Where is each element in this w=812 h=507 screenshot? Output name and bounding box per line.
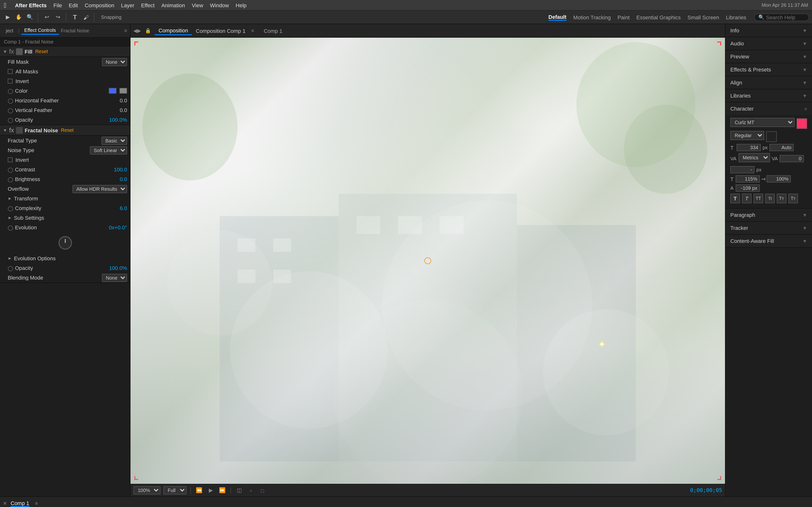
edit-menu[interactable]: Edit bbox=[69, 2, 78, 8]
evolution-stopwatch[interactable]: ◯ bbox=[8, 225, 13, 230]
brightness-stopwatch[interactable]: ◯ bbox=[8, 176, 13, 182]
fn-opacity-value[interactable]: 100.0% bbox=[109, 265, 127, 271]
fractal-type-select[interactable]: Basic bbox=[101, 136, 127, 145]
rp-character-header[interactable]: Character ≡ bbox=[725, 102, 812, 115]
leading-input[interactable] bbox=[770, 144, 794, 151]
tl-menu-icon[interactable]: ≡ bbox=[35, 501, 38, 506]
fn-opacity-stopwatch[interactable]: ◯ bbox=[8, 265, 13, 271]
search-input[interactable] bbox=[766, 14, 805, 20]
ev-options-expand[interactable]: ► bbox=[8, 256, 12, 261]
fill-color-swatch-2[interactable] bbox=[119, 88, 127, 94]
italic-T-btn[interactable]: T bbox=[742, 193, 752, 203]
playback-first-btn[interactable]: ⏪ bbox=[195, 486, 203, 495]
rp-audio-expand[interactable]: ▼ bbox=[802, 41, 807, 46]
playback-play-btn[interactable]: ▶ bbox=[206, 486, 215, 495]
comp-breadcrumb[interactable]: Comp 1 bbox=[264, 28, 282, 34]
fill-opacity-stopwatch[interactable]: ◯ bbox=[8, 117, 13, 122]
hand-tool-btn[interactable]: ✋ bbox=[14, 12, 24, 22]
contrast-stopwatch[interactable]: ◯ bbox=[8, 167, 13, 172]
layer-menu[interactable]: Layer bbox=[121, 2, 134, 8]
rp-align-header[interactable]: Align ▼ bbox=[725, 76, 812, 89]
fn-invert-checkbox[interactable] bbox=[8, 157, 12, 162]
scale-v-input[interactable] bbox=[767, 175, 791, 182]
view-menu[interactable]: View bbox=[192, 2, 203, 8]
evolution-value[interactable]: 0x+0.0° bbox=[109, 225, 127, 230]
comp-nav-icons[interactable]: ◀▶ bbox=[134, 28, 141, 33]
apple-menu[interactable]:  bbox=[4, 1, 6, 9]
fill-mask-select[interactable]: None bbox=[102, 58, 127, 66]
font-name-select[interactable]: Curlz MT bbox=[730, 118, 795, 127]
evolution-dial[interactable] bbox=[58, 236, 72, 249]
rp-align-expand[interactable]: ▼ bbox=[802, 80, 807, 85]
timeline-comp-tab[interactable]: Comp 1 bbox=[11, 500, 29, 507]
file-menu[interactable]: File bbox=[53, 2, 62, 8]
fill-reset-btn[interactable]: Reset bbox=[34, 49, 49, 54]
quality-select[interactable]: Full Half bbox=[163, 486, 187, 495]
character-stroke-swatch[interactable] bbox=[766, 131, 777, 142]
project-tab[interactable]: ject bbox=[3, 27, 16, 34]
rp-libraries-header[interactable]: Libraries ▼ bbox=[725, 89, 812, 102]
v-feather-value[interactable]: 0.0 bbox=[120, 107, 127, 113]
composition-tab[interactable]: Composition bbox=[155, 26, 192, 35]
tl-close-icon[interactable]: ✕ bbox=[3, 501, 7, 506]
redo-btn[interactable]: ↪ bbox=[53, 12, 63, 22]
rp-caf-expand[interactable]: ▼ bbox=[802, 238, 807, 243]
motion-blur-btn[interactable]: ▫ bbox=[247, 486, 255, 495]
brightness-value[interactable]: 0.0 bbox=[120, 176, 127, 182]
animation-menu[interactable]: Animation bbox=[161, 2, 185, 8]
complexity-value[interactable]: 6.0 bbox=[120, 205, 127, 211]
font-style-select[interactable]: Regular bbox=[730, 131, 764, 140]
pen-tool-btn[interactable]: 🖌 bbox=[81, 12, 91, 22]
fn-reset-btn[interactable]: Reset bbox=[60, 127, 74, 133]
baseline-input[interactable] bbox=[735, 184, 760, 192]
fill-section-header[interactable]: ▼ fx Fill Reset bbox=[0, 46, 130, 57]
rp-effects-header[interactable]: Effects & Presets ▼ bbox=[725, 63, 812, 76]
draft-3d-btn[interactable]: □ bbox=[258, 486, 267, 495]
help-menu[interactable]: Help bbox=[236, 2, 247, 8]
effect-menu[interactable]: Effect bbox=[141, 2, 155, 8]
playback-last-btn[interactable]: ⏩ bbox=[218, 486, 227, 495]
scale-h-input[interactable] bbox=[735, 175, 760, 182]
zoom-tool-btn[interactable]: 🔍 bbox=[25, 12, 35, 22]
rp-paragraph-expand[interactable]: ▼ bbox=[802, 212, 807, 218]
h-feather-value[interactable]: 0.0 bbox=[120, 98, 127, 103]
frame-blend-btn[interactable]: ◫ bbox=[235, 486, 244, 495]
zoom-select[interactable]: 100% 50% 200% bbox=[134, 486, 160, 495]
window-menu[interactable]: Window bbox=[210, 2, 229, 8]
color-stopwatch[interactable]: ◯ bbox=[8, 88, 13, 94]
undo-btn[interactable]: ↩ bbox=[42, 12, 52, 22]
v-feather-stopwatch[interactable]: ◯ bbox=[8, 107, 13, 113]
complexity-stopwatch[interactable]: ◯ bbox=[8, 206, 13, 211]
rp-paragraph-header[interactable]: Paragraph ▼ bbox=[725, 209, 812, 221]
all-masks-checkbox[interactable] bbox=[8, 69, 12, 74]
composition-menu[interactable]: Composition bbox=[85, 2, 114, 8]
rp-preview-expand[interactable]: ▼ bbox=[802, 54, 807, 59]
comp-lock-icon[interactable]: 🔒 bbox=[145, 28, 151, 33]
font-size-input[interactable] bbox=[737, 144, 761, 151]
workspace-small-screen[interactable]: Small Screen bbox=[688, 14, 719, 20]
sub-settings-expand[interactable]: ► bbox=[8, 215, 12, 220]
rp-tracker-header[interactable]: Tracker ▼ bbox=[725, 222, 812, 234]
text-tool-btn[interactable]: T bbox=[70, 12, 80, 22]
rp-libraries-expand[interactable]: ▼ bbox=[802, 93, 807, 98]
workspace-essential-graphics[interactable]: Essential Graphics bbox=[636, 14, 680, 20]
bold-T-btn[interactable]: T bbox=[730, 193, 740, 203]
kerning-input[interactable] bbox=[779, 155, 804, 162]
rp-preview-header[interactable]: Preview ▼ bbox=[725, 50, 812, 63]
app-name-menu[interactable]: After Effects bbox=[15, 2, 47, 8]
smallcaps-btn[interactable]: Tt bbox=[765, 193, 775, 203]
fill-color-swatch-1[interactable] bbox=[109, 88, 116, 94]
rp-effects-expand[interactable]: ▼ bbox=[802, 67, 807, 72]
noise-type-select[interactable]: Soft Linear bbox=[90, 146, 127, 154]
h-feather-stopwatch[interactable]: ◯ bbox=[8, 98, 13, 103]
effect-controls-tab[interactable]: Effect Controls bbox=[21, 26, 59, 35]
rp-caf-header[interactable]: Content-Aware Fill ▼ bbox=[725, 235, 812, 247]
rp-info-expand[interactable]: ▼ bbox=[802, 28, 807, 33]
rp-info-header[interactable]: Info ▼ bbox=[725, 24, 812, 37]
rp-character-menu[interactable]: ≡ bbox=[804, 106, 807, 111]
workspace-default[interactable]: Default bbox=[548, 14, 566, 20]
subscript-btn[interactable]: TT bbox=[788, 193, 798, 203]
workspace-motion-tracking[interactable]: Motion Tracking bbox=[573, 14, 611, 20]
transform-expand[interactable]: ► bbox=[8, 196, 12, 201]
fill-opacity-value[interactable]: 100.0% bbox=[109, 117, 127, 123]
